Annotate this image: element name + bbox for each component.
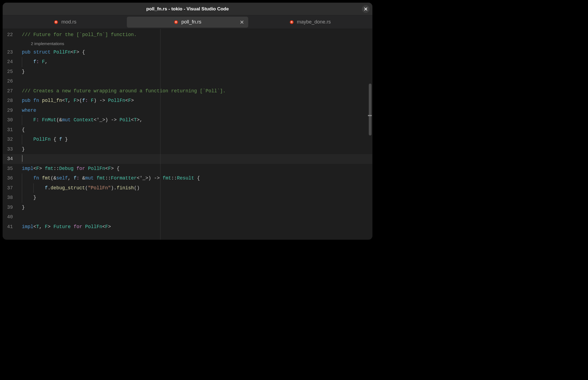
editor-content[interactable]: 22/// Future for the [`poll_fn`] functio… (3, 29, 372, 240)
syntax-token-punct (71, 117, 74, 123)
syntax-token-type: fmt (163, 175, 171, 181)
syntax-token-punct (31, 98, 34, 103)
tab-close-button[interactable] (239, 20, 244, 25)
syntax-token-colon-type: : (36, 117, 39, 123)
syntax-token-punct: <'_>) (94, 117, 111, 123)
syntax-token-type: FnMut (42, 117, 57, 123)
window-close-button[interactable] (362, 5, 370, 13)
syntax-token-op: -> (111, 117, 117, 123)
scrollbar-thumb[interactable] (369, 84, 371, 135)
tab-maybe-done-rs[interactable]: R maybe_done.rs (249, 17, 371, 28)
code-line[interactable]: 36 fn fmt(&self, f: &mut fmt::Formatter<… (3, 173, 372, 183)
syntax-token-type: PollFn (108, 98, 125, 103)
syntax-token-punct: . (48, 185, 51, 191)
syntax-token-type: F (108, 166, 111, 171)
syntax-token-kw: pub (22, 49, 31, 55)
syntax-token-op: -> (154, 175, 160, 181)
titlebar[interactable]: poll_fn.rs - tokio - Visual Studio Code (3, 3, 372, 15)
code-line[interactable]: 25} (3, 67, 372, 77)
syntax-token-type: T (134, 117, 137, 123)
line-number: 35 (3, 164, 22, 174)
line-code: where (22, 106, 36, 116)
syntax-token-punct: < (125, 98, 128, 103)
syntax-token-op: & (82, 175, 85, 181)
rust-file-icon: R (174, 20, 179, 25)
code-line[interactable]: 30 F: FnMut(&mut Context<'_>) -> Poll<T>… (3, 115, 372, 125)
syntax-token-punct: < (33, 224, 36, 229)
syntax-token-punct: > (131, 98, 134, 103)
code-line[interactable]: 37 f.debug_struct("PollFn").finish() (3, 183, 372, 193)
indent-guide (22, 183, 22, 193)
syntax-token-punct (88, 98, 91, 103)
syntax-token-op: -> (100, 98, 105, 103)
code-line[interactable]: 29where (3, 106, 372, 116)
code-line[interactable]: 22/// Future for the [`poll_fn`] functio… (3, 30, 372, 40)
codelens-implementations[interactable]: 2 implementations (31, 39, 64, 49)
code-line[interactable]: 24 f: F, (3, 57, 372, 67)
syntax-token-punct (39, 175, 42, 181)
code-line[interactable]: 39} (3, 203, 372, 213)
syntax-token-punct: > (39, 166, 45, 171)
code-line[interactable]: 34 (3, 154, 372, 164)
syntax-token-where-kw: where (22, 108, 36, 113)
indent-guide (22, 154, 22, 164)
code-line[interactable]: 40 (3, 212, 372, 222)
code-line[interactable]: 26 (3, 76, 372, 86)
syntax-token-type: fmt (96, 175, 105, 181)
syntax-token-type: T (36, 224, 39, 229)
tab-mod-rs[interactable]: R mod.rs (4, 17, 126, 28)
syntax-token-punct: { (194, 175, 200, 181)
syntax-token-punct: < (62, 98, 65, 103)
syntax-token-punct: } (22, 69, 25, 74)
syntax-token-fn-name: finish (117, 185, 134, 191)
syntax-token-punct: { (22, 127, 25, 132)
indent-guide (22, 135, 22, 145)
syntax-token-punct: ( (56, 117, 59, 123)
vertical-scrollbar[interactable] (368, 29, 372, 240)
indent-guide (22, 57, 22, 67)
syntax-token-punct: , (68, 98, 74, 103)
indent-guide (22, 173, 22, 183)
code-line[interactable]: 38 } (3, 193, 372, 203)
tab-poll-fn-rs[interactable]: R poll_fn.rs (127, 17, 248, 28)
line-number: 29 (3, 106, 22, 116)
syntax-token-type: PollFn (54, 49, 71, 55)
line-number: 32 (3, 135, 22, 145)
syntax-token-type: F (128, 98, 131, 103)
tab-label: poll_fn.rs (181, 19, 201, 25)
code-line[interactable]: 35impl<F> fmt::Debug for PollFn<F> { (3, 164, 372, 174)
svg-text:R: R (175, 21, 177, 23)
code-line[interactable]: 28pub fn poll_fn<T, F>(f: F) -> PollFn<F… (3, 96, 372, 106)
line-number: 39 (3, 203, 22, 213)
line-number: 41 (3, 222, 22, 232)
syntax-token-punct: , (68, 175, 74, 181)
editor-area: 22/// Future for the [`poll_fn`] functio… (3, 29, 372, 240)
code-line[interactable]: 41impl<T, F> Future for PollFn<F> (3, 222, 372, 232)
line-number: 26 (3, 76, 22, 86)
line-number: 34 (3, 154, 22, 164)
line-code: impl<F> fmt::Debug for PollFn<F> { (22, 164, 119, 174)
code-line[interactable]: 31{ (3, 125, 372, 135)
line-number: 23 (3, 48, 22, 57)
syntax-token-param: f (33, 59, 36, 64)
indent-guide (22, 193, 22, 203)
syntax-token-for-kw: for (77, 166, 85, 171)
syntax-token-fn-name: poll_fn (42, 98, 62, 103)
syntax-token-type: PollFn (85, 224, 102, 229)
code-line[interactable]: 27/// Creates a new future wrapping arou… (3, 86, 372, 96)
code-line[interactable]: 33} (3, 145, 372, 154)
syntax-token-param: f (59, 137, 62, 142)
syntax-token-punct (22, 175, 33, 181)
code-lines-container[interactable]: 22/// Future for the [`poll_fn`] functio… (3, 29, 372, 232)
line-code: } (22, 67, 25, 77)
line-code: } (22, 193, 36, 203)
syntax-token-fn-name: fmt (42, 175, 51, 181)
syntax-token-for-kw: for (74, 224, 82, 229)
code-line[interactable]: 23pub struct PollFn<F> { (3, 48, 372, 57)
code-line[interactable]: 32 PollFn { f } (3, 135, 372, 145)
syntax-token-punct: , (45, 59, 48, 64)
syntax-token-type: PollFn (33, 137, 51, 142)
syntax-token-colon-type: : (36, 59, 39, 64)
line-number: 30 (3, 115, 22, 125)
line-number: 33 (3, 145, 22, 154)
